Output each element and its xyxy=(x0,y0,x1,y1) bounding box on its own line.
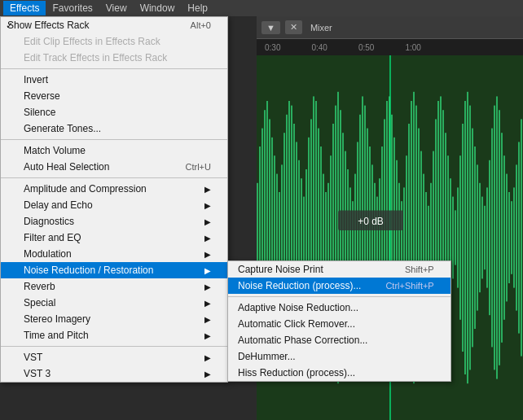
separator-4 xyxy=(1,346,227,347)
arrow-icon: ▶ xyxy=(204,353,211,362)
svg-rect-99 xyxy=(496,96,498,378)
svg-rect-109 xyxy=(521,119,522,356)
menu-reverse[interactable]: Reverse xyxy=(1,88,227,104)
menu-item-label: Noise Reduction (process)... xyxy=(238,280,361,291)
arrow-icon: ▶ xyxy=(204,282,211,291)
submenu-dehummer[interactable]: DeHummer... xyxy=(228,348,450,365)
svg-rect-100 xyxy=(499,110,500,365)
svg-rect-88 xyxy=(469,106,471,370)
timeline-marker: 0:40 xyxy=(311,43,327,52)
menu-item-label: Filter and EQ xyxy=(24,232,81,243)
menu-effects[interactable]: Effects xyxy=(3,1,46,15)
menu-help[interactable]: Help xyxy=(181,1,214,15)
dropdown-btn[interactable]: ▼ xyxy=(262,21,280,34)
menu-amplitude[interactable]: Amplitude and Compression ▶ xyxy=(1,181,227,197)
timeline-marker: 0:30 xyxy=(265,43,280,52)
menu-item-label: Edit Track Effects in Effects Rack xyxy=(24,52,167,63)
menu-item-label: Reverse xyxy=(24,90,60,102)
menu-item-label: DeHummer... xyxy=(238,351,296,362)
svg-rect-101 xyxy=(501,133,503,343)
menu-vst[interactable]: VST ▶ xyxy=(1,349,227,365)
waveform-timeline: 0:30 0:40 0:50 1:00 xyxy=(257,39,523,55)
mixer-label: Mixer xyxy=(310,23,332,33)
menu-view[interactable]: View xyxy=(99,1,134,15)
arrow-icon: ▶ xyxy=(204,370,211,378)
menu-item-label: Delay and Echo xyxy=(24,199,93,211)
noise-reduction-container: Noise Reduction / Restoration ▶ Capture … xyxy=(1,262,227,278)
menu-generate-tones[interactable]: Generate Tones... xyxy=(1,120,227,137)
svg-rect-103 xyxy=(506,174,508,302)
svg-rect-85 xyxy=(462,124,464,352)
submenu-adaptive-noise[interactable]: Adaptive Noise Reduction... xyxy=(228,300,450,316)
menu-item-label: VST xyxy=(24,352,42,363)
menu-favorites[interactable]: Favorites xyxy=(46,1,99,15)
svg-rect-96 xyxy=(489,160,490,315)
waveform-header: ▼ ✕ Mixer xyxy=(257,16,523,39)
arrow-icon: ▶ xyxy=(204,315,211,324)
menu-item-label: Hiss Reduction (process)... xyxy=(238,367,355,378)
arrow-icon: ▶ xyxy=(204,185,211,194)
menu-silence[interactable]: Silence xyxy=(1,104,227,120)
menu-item-label: Auto Heal Selection xyxy=(24,161,109,173)
arrow-icon: ▶ xyxy=(204,201,211,210)
submenu-auto-phase[interactable]: Automatic Phase Correction... xyxy=(228,332,450,348)
svg-rect-93 xyxy=(481,197,483,279)
menu-special[interactable]: Special ▶ xyxy=(1,295,227,311)
menu-item-label: Match Volume xyxy=(24,145,86,156)
arrow-icon: ▶ xyxy=(204,331,211,340)
timeline-marker: 1:00 xyxy=(405,43,420,52)
svg-rect-82 xyxy=(455,210,456,265)
menu-show-effects-rack[interactable]: ✓ Show Effects Rack Alt+0 xyxy=(1,17,227,33)
separator-3 xyxy=(1,177,227,178)
close-btn[interactable]: ✕ xyxy=(285,20,302,34)
svg-rect-95 xyxy=(486,187,488,287)
menu-time-pitch[interactable]: Time and Pitch ▶ xyxy=(1,327,227,343)
menu-item-label: Invert xyxy=(24,74,48,85)
menu-reverb[interactable]: Reverb ▶ xyxy=(1,278,227,295)
menu-edit-clip-effects: Edit Clip Effects in Effects Rack xyxy=(1,33,227,50)
svg-rect-94 xyxy=(484,206,486,269)
svg-rect-105 xyxy=(511,201,512,274)
shortcut-label: Ctrl+U xyxy=(186,162,211,172)
submenu-hiss-reduction[interactable]: Hiss Reduction (process)... xyxy=(228,365,450,381)
menu-stereo-imagery[interactable]: Stereo Imagery ▶ xyxy=(1,311,227,327)
menu-window[interactable]: Window xyxy=(134,1,182,15)
shortcut-label: Shift+P xyxy=(405,265,434,274)
arrow-icon: ▶ xyxy=(204,266,211,275)
menu-item-label: Modulation xyxy=(24,248,72,260)
menu-item-label: Diagnostics xyxy=(24,216,74,227)
menu-invert[interactable]: Invert xyxy=(1,72,227,88)
svg-rect-102 xyxy=(503,155,505,320)
menu-noise-reduction[interactable]: Noise Reduction / Restoration ▶ xyxy=(1,262,227,278)
menu-item-label: Capture Noise Print xyxy=(238,264,323,275)
svg-rect-83 xyxy=(457,187,459,287)
menu-item-label: Generate Tones... xyxy=(24,123,101,134)
separator-1 xyxy=(1,68,227,69)
menu-diagnostics[interactable]: Diagnostics ▶ xyxy=(1,213,227,230)
svg-text:+0 dB: +0 dB xyxy=(358,215,384,228)
menu-vst3[interactable]: VST 3 ▶ xyxy=(1,365,227,382)
menu-item-label: Stereo Imagery xyxy=(24,313,90,325)
menu-item-label: Special xyxy=(24,297,55,308)
arrow-icon: ▶ xyxy=(204,250,211,259)
menu-delay-echo[interactable]: Delay and Echo ▶ xyxy=(1,197,227,213)
menu-item-label: Edit Clip Effects in Effects Rack xyxy=(24,36,160,47)
effects-dropdown: ✓ Show Effects Rack Alt+0 Edit Clip Effe… xyxy=(0,16,228,383)
menu-match-volume[interactable]: Match Volume xyxy=(1,142,227,159)
menu-auto-heal[interactable]: Auto Heal Selection Ctrl+U xyxy=(1,159,227,175)
menu-bar: Effects Favorites View Window Help xyxy=(0,0,523,16)
svg-rect-107 xyxy=(516,164,517,310)
svg-rect-81 xyxy=(452,197,454,279)
menu-modulation[interactable]: Modulation ▶ xyxy=(1,246,227,262)
svg-rect-89 xyxy=(472,129,473,348)
shortcut-label: Alt+0 xyxy=(191,20,211,30)
separator-2 xyxy=(1,139,227,140)
timeline-markers: 0:30 0:40 0:50 1:00 xyxy=(265,43,421,52)
submenu-noise-reduction-process[interactable]: Noise Reduction (process)... Ctrl+Shift+… xyxy=(228,278,450,294)
svg-rect-97 xyxy=(491,129,493,348)
menu-item-label: VST 3 xyxy=(24,368,51,379)
submenu-capture-noise-print[interactable]: Capture Noise Print Shift+P xyxy=(228,261,450,278)
menu-filter-eq[interactable]: Filter and EQ ▶ xyxy=(1,230,227,246)
timeline-marker: 0:50 xyxy=(358,43,374,52)
submenu-auto-click-remover[interactable]: Automatic Click Remover... xyxy=(228,316,450,332)
